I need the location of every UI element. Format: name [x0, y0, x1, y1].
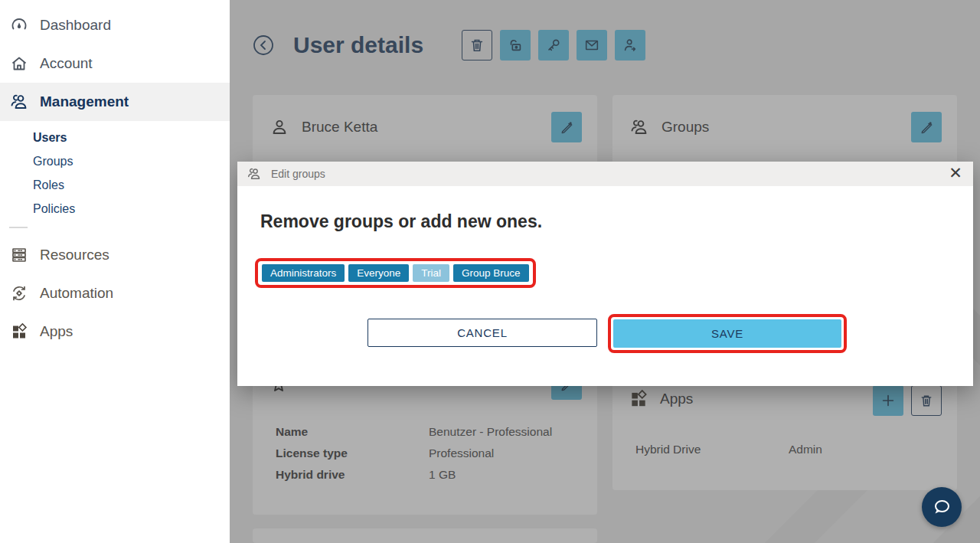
- modal-prompt: Remove groups or add new ones.: [260, 211, 542, 232]
- chat-bubble-icon: [930, 496, 953, 518]
- group-chip-everyone[interactable]: Everyone: [348, 264, 409, 282]
- management-submenu: Users Groups Roles Policies: [0, 121, 230, 221]
- automation-icon: [9, 283, 29, 303]
- users-icon: [9, 92, 29, 112]
- server-icon: [9, 245, 29, 265]
- annotation-rect-save: SAVE: [608, 314, 847, 353]
- sidebar-item-label: Apps: [40, 323, 73, 340]
- sidebar-item-account[interactable]: Account: [0, 44, 230, 83]
- sidebar-item-management[interactable]: Management: [0, 83, 230, 121]
- users-icon: [247, 166, 262, 182]
- sidebar-item-groups[interactable]: Groups: [33, 149, 230, 173]
- modal-title-label: Edit groups: [271, 168, 947, 180]
- sidebar-item-resources[interactable]: Resources: [0, 236, 230, 274]
- gauge-icon: [9, 15, 29, 35]
- edit-groups-modal: Edit groups ✕ Remove groups or add new o…: [237, 162, 973, 386]
- annotation-rect-chips: Administrators Everyone Trial Group Bruc…: [255, 258, 536, 288]
- sidebar-item-label: Resources: [40, 247, 109, 263]
- sidebar-item-label: Dashboard: [40, 17, 111, 34]
- chat-widget-button[interactable]: [922, 487, 962, 527]
- close-icon[interactable]: ✕: [947, 165, 964, 182]
- sidebar-item-label: Management: [40, 93, 129, 110]
- group-chip-administrators[interactable]: Administrators: [262, 264, 345, 282]
- sidebar-divider: [9, 227, 28, 228]
- modal-header: Edit groups ✕: [237, 162, 973, 186]
- home-icon: [9, 54, 29, 74]
- sidebar-item-label: Account: [40, 55, 93, 72]
- sidebar-item-label: Automation: [40, 285, 113, 302]
- cancel-button[interactable]: CANCEL: [368, 319, 597, 347]
- sidebar-item-users[interactable]: Users: [33, 126, 230, 149]
- sidebar: Dashboard Account Management Users Group…: [0, 0, 230, 543]
- group-chip-trial[interactable]: Trial: [413, 264, 449, 282]
- sidebar-item-dashboard[interactable]: Dashboard: [0, 6, 230, 44]
- sidebar-item-policies[interactable]: Policies: [33, 197, 230, 221]
- sidebar-item-roles[interactable]: Roles: [33, 173, 230, 197]
- sidebar-item-apps[interactable]: Apps: [0, 312, 230, 351]
- apps-icon: [9, 322, 29, 342]
- save-button[interactable]: SAVE: [613, 319, 841, 348]
- sidebar-item-automation[interactable]: Automation: [0, 274, 230, 312]
- group-chip-group-bruce[interactable]: Group Bruce: [453, 264, 529, 282]
